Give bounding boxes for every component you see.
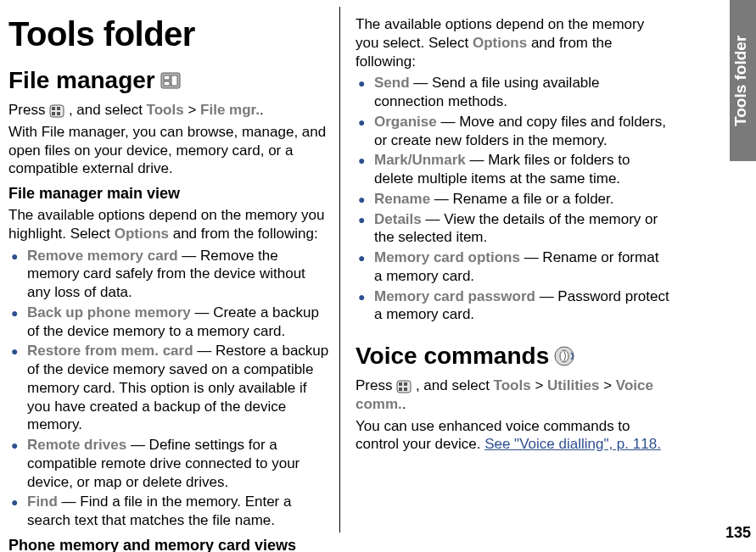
page-title: Tools folder: [8, 15, 331, 53]
memory-views-options-list: Send — Send a file using available conne…: [356, 74, 670, 324]
svg-rect-7: [52, 112, 55, 115]
list-item: Find — Find a file in the memory. Enter …: [8, 493, 331, 530]
list-item: Memory card options — Rename or format a…: [356, 248, 670, 286]
side-tab: Tools folder: [730, 0, 756, 161]
voice-dialling-link[interactable]: See "Voice dialling", p. 118.: [484, 436, 661, 452]
heading-voice-commands: Voice commands: [356, 343, 670, 370]
option-label: Details: [374, 211, 422, 227]
list-item: Rename — Rename a file or a folder.: [356, 190, 670, 209]
option-label: Memory card options: [374, 249, 520, 265]
heading-file-manager-text: File manager: [8, 67, 155, 94]
menu-key-icon: [396, 380, 412, 393]
press-and-select-2: , and select: [416, 377, 494, 393]
press-label-2: Press: [356, 377, 396, 393]
list-item: Mark/Unmark — Mark files or folders to d…: [356, 151, 670, 188]
svg-rect-6: [57, 107, 60, 110]
list-item: Organise — Move and copy files and folde…: [356, 113, 670, 150]
path-tools-2: Tools: [494, 377, 531, 393]
list-item: Send — Send a file using available conne…: [356, 74, 670, 111]
path-period-2: .: [402, 396, 406, 412]
svg-rect-1: [164, 75, 170, 80]
page-number: 135: [725, 524, 751, 542]
path-gt-1: >: [188, 102, 200, 118]
svg-rect-12: [399, 382, 402, 386]
column-right: The available options depend on the memo…: [339, 7, 679, 532]
option-label: Send: [374, 75, 410, 91]
columns: Tools folder File manager Press: [0, 7, 713, 532]
path-period-1: .: [260, 102, 264, 118]
option-label: Restore from mem. card: [27, 343, 193, 359]
option-label: Mark/Unmark: [374, 152, 466, 168]
option-label: Find: [27, 493, 58, 510]
heading-main-view: File manager main view: [8, 185, 331, 203]
heading-file-manager: File manager: [8, 67, 331, 94]
list-item: Memory card password — Password protect …: [356, 287, 670, 325]
list-item: Restore from mem. card — Restore a backu…: [8, 342, 331, 434]
svg-rect-14: [399, 388, 402, 391]
filemgr-intro: With File manager, you can browse, manag…: [8, 123, 331, 178]
main-view-options-list: Remove memory card — Remove the memory c…: [8, 247, 331, 530]
option-label: Rename: [374, 191, 430, 207]
option-text: — Rename a file or a folder.: [430, 191, 613, 207]
memory-views-intro: The available options depend on the memo…: [356, 15, 670, 70]
heading-phone-memory: Phone memory and memory card views: [8, 537, 331, 552]
options-label-2: Options: [473, 35, 527, 51]
svg-rect-5: [52, 107, 55, 110]
option-label: Back up phone memory: [27, 304, 191, 321]
option-label: Memory card password: [374, 288, 535, 304]
svg-rect-2: [164, 81, 170, 86]
column-left: Tools folder File manager Press: [0, 7, 339, 532]
voice-commands-icon: [554, 346, 576, 366]
heading-voice-commands-text: Voice commands: [356, 343, 549, 370]
list-item: Remove memory card — Remove the memory c…: [8, 247, 331, 302]
option-label: Remove memory card: [27, 248, 178, 264]
main-view-intro-b: and from the following:: [169, 226, 318, 242]
svg-rect-13: [404, 382, 407, 386]
path-utilities: Utilities: [547, 377, 599, 393]
press-instruction-filemgr: Press , and select Tools > File mgr..: [8, 101, 331, 120]
path-gt-3: >: [603, 377, 616, 393]
svg-rect-3: [171, 75, 177, 86]
path-filemgr: File mgr.: [200, 102, 260, 118]
svg-rect-8: [57, 112, 60, 115]
list-item: Remote drives — Define settings for a co…: [8, 436, 331, 491]
press-instruction-voice: Press , and select Tools > Utilities > V…: [356, 376, 670, 414]
menu-key-icon: [49, 104, 64, 118]
list-item: Back up phone memory — Create a backup o…: [8, 304, 331, 341]
svg-rect-15: [404, 388, 407, 391]
main-view-intro: The available options depend on the memo…: [8, 206, 331, 243]
option-label: Remote drives: [27, 437, 126, 453]
press-label: Press: [8, 102, 49, 118]
voice-intro: You can use enhanced voice commands to c…: [356, 417, 670, 454]
press-and-select: , and select: [69, 102, 147, 118]
options-label-1: Options: [115, 226, 169, 242]
page: Tools folder File manager Press: [0, 0, 730, 552]
option-text: — Find a file in the memory. Enter a sea…: [27, 493, 291, 528]
path-tools: Tools: [147, 102, 184, 118]
option-label: Organise: [374, 114, 437, 130]
list-item: Details — View the details of the memory…: [356, 210, 670, 248]
file-manager-icon: [160, 71, 181, 90]
path-gt-2: >: [535, 377, 547, 393]
